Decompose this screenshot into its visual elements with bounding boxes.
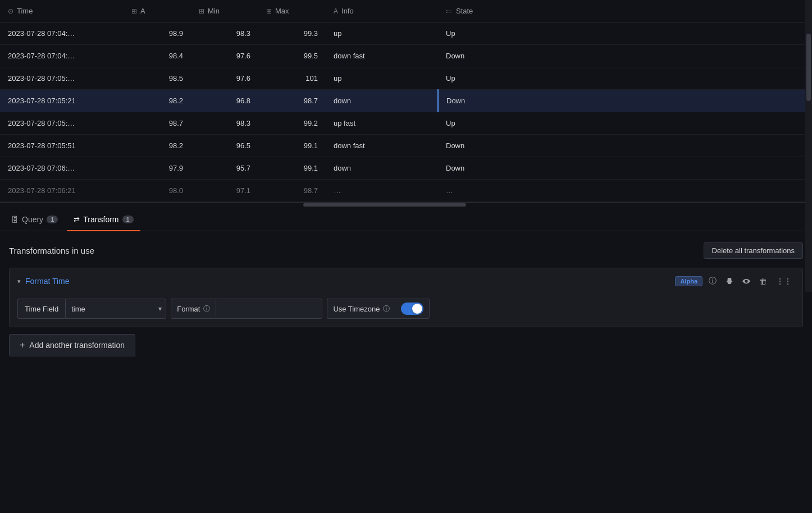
table-header-row: ⊙ Time ⊞ A ⊞ Min	[0, 0, 812, 22]
tab-transform[interactable]: ⇄ Transform 1	[67, 207, 140, 231]
table-cell: down	[326, 90, 438, 112]
table-cell: Down	[438, 90, 812, 112]
table-cell: 101	[258, 67, 326, 90]
col-header-max-label: Max	[275, 7, 289, 15]
transformation-item-left: ▾ Format Time	[17, 277, 70, 286]
min-col-icon: ⊞	[199, 7, 204, 15]
tabs-row: 🗄 Query 1 ⇄ Transform 1	[0, 207, 812, 231]
col-header-state[interactable]: ≔ State	[438, 0, 812, 22]
table-cell: 97.6	[191, 45, 258, 67]
table-cell: 96.5	[191, 135, 258, 157]
transformation-debug-button[interactable]	[723, 275, 736, 287]
col-header-state-label: State	[456, 7, 473, 15]
a-col-icon: ⊞	[131, 7, 137, 15]
timezone-toggle-wrapper	[395, 299, 430, 319]
col-header-time[interactable]: ⊙ Time	[0, 0, 124, 22]
data-table-container: ⊙ Time ⊞ A ⊞ Min	[0, 0, 812, 203]
page-wrapper: ⊙ Time ⊞ A ⊞ Min	[0, 0, 812, 365]
table-cell: up	[326, 67, 438, 90]
table-cell: 98.5	[124, 67, 191, 90]
table-cell: 98.3	[191, 112, 258, 135]
transform-tab-label: Transform	[83, 215, 118, 224]
transform-tab-icon: ⇄	[74, 216, 80, 224]
table-row: 2023-07-28 07:05:…98.597.6101upUp	[0, 67, 812, 90]
table-cell: 98.2	[124, 90, 191, 112]
query-tab-badge: 1	[47, 216, 58, 223]
table-cell: 96.8	[191, 90, 258, 112]
table-cell: Down	[438, 135, 812, 157]
add-transformation-button[interactable]: + Add another transformation	[9, 334, 135, 356]
format-info-icon[interactable]: ⓘ	[203, 304, 210, 314]
timezone-info-icon[interactable]: ⓘ	[383, 304, 390, 314]
timezone-label-text: Use Timezone	[333, 305, 380, 313]
table-cell: …	[438, 180, 812, 202]
collapse-chevron-icon[interactable]: ▾	[17, 278, 21, 285]
col-header-info-label: Info	[341, 7, 354, 15]
table-cell: 99.3	[258, 22, 326, 45]
table-cell: Up	[438, 112, 812, 135]
table-cell: down fast	[326, 45, 438, 67]
transform-panel: Transformations in use Delete all transf…	[0, 231, 812, 365]
col-header-time-label: Time	[17, 7, 33, 15]
timezone-toggle-knob	[412, 304, 422, 314]
table-row: 2023-07-28 07:06:…97.995.799.1downDown	[0, 157, 812, 180]
alpha-badge: Alpha	[675, 276, 702, 286]
transformation-item-format-time: ▾ Format Time Alpha ⓘ 🗑 ⋮⋮	[9, 268, 803, 327]
table-cell: up fast	[326, 112, 438, 135]
table-cell: 98.0	[124, 180, 191, 202]
transformation-drag-button[interactable]: ⋮⋮	[773, 274, 795, 288]
table-cell: 98.4	[124, 45, 191, 67]
time-field-label: Time Field	[17, 299, 65, 319]
col-header-min[interactable]: ⊞ Min	[191, 0, 258, 22]
table-cell: 2023-07-28 07:05:…	[0, 112, 124, 135]
transform-panel-header: Transformations in use Delete all transf…	[9, 242, 803, 259]
query-tab-icon: 🗄	[11, 216, 19, 224]
transformations-in-use-title: Transformations in use	[9, 246, 94, 255]
vertical-scrollbar[interactable]	[805, 0, 812, 292]
col-header-a[interactable]: ⊞ A	[124, 0, 191, 22]
table-cell: 99.2	[258, 112, 326, 135]
table-cell: 97.1	[191, 180, 258, 202]
tab-query[interactable]: 🗄 Query 1	[4, 207, 65, 231]
time-col-icon: ⊙	[8, 7, 13, 15]
table-cell: 2023-07-28 07:04:…	[0, 22, 124, 45]
add-transformation-label: Add another transformation	[29, 341, 125, 350]
table-cell: …	[326, 180, 438, 202]
table-cell: 2023-07-28 07:04:…	[0, 45, 124, 67]
table-cell: Down	[438, 157, 812, 180]
col-header-max[interactable]: ⊞ Max	[258, 0, 326, 22]
transformation-info-button[interactable]: ⓘ	[706, 274, 719, 288]
delete-all-transformations-button[interactable]: Delete all transformations	[704, 242, 803, 259]
table-row: 2023-07-28 07:05:2198.296.898.7downDown	[0, 90, 812, 112]
table-row: 2023-07-28 07:04:…98.497.699.5down fastD…	[0, 45, 812, 67]
table-cell: Down	[438, 45, 812, 67]
format-input[interactable]	[216, 299, 322, 319]
table-cell: 2023-07-28 07:05:51	[0, 135, 124, 157]
table-row: 2023-07-28 07:04:…98.998.399.3upUp	[0, 22, 812, 45]
state-col-icon: ≔	[446, 7, 453, 15]
table-cell: Up	[438, 22, 812, 45]
info-col-icon: A	[334, 7, 338, 15]
transformation-item-right: Alpha ⓘ 🗑 ⋮⋮	[675, 274, 795, 288]
data-table: ⊙ Time ⊞ A ⊞ Min	[0, 0, 812, 202]
use-timezone-group: Use Timezone ⓘ	[327, 299, 430, 319]
table-row: 2023-07-28 07:05:…98.798.399.2up fastUp	[0, 112, 812, 135]
scrollbar-track	[303, 203, 466, 207]
table-cell: 99.1	[258, 157, 326, 180]
transformation-hide-button[interactable]	[740, 275, 753, 287]
transform-tab-badge: 1	[122, 216, 134, 223]
horizontal-scrollbar[interactable]	[0, 203, 812, 207]
table-cell: up	[326, 22, 438, 45]
time-field-select[interactable]: time timestamp date	[65, 299, 166, 319]
query-tab-label: Query	[22, 215, 43, 224]
plus-icon: +	[20, 340, 25, 350]
table-row: 2023-07-28 07:06:2198.097.198.7……	[0, 180, 812, 202]
timezone-label: Use Timezone ⓘ	[327, 299, 395, 319]
table-cell: 97.6	[191, 67, 258, 90]
col-header-info[interactable]: A Info	[326, 0, 438, 22]
max-col-icon: ⊞	[266, 7, 272, 15]
timezone-toggle[interactable]	[401, 303, 423, 315]
table-cell: 95.7	[191, 157, 258, 180]
transformation-name-label[interactable]: Format Time	[25, 277, 70, 286]
transformation-delete-button[interactable]: 🗑	[756, 274, 770, 288]
